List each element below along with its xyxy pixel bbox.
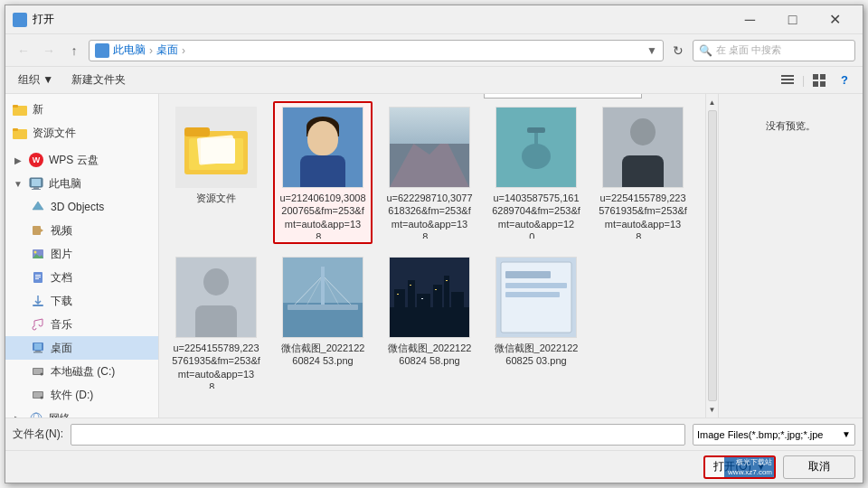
file-item-teal[interactable]: u=1403587575,1616289704&fm=253&fmt=auto&… (486, 101, 586, 244)
file-name: u=212406109,3008200765&fm=253&fmt=auto&a… (278, 192, 367, 239)
sidebar-label: 视频 (51, 223, 72, 239)
svg-rect-13 (32, 179, 41, 186)
sidebar-item-music[interactable]: 音乐 (5, 313, 158, 336)
file-item-mountain[interactable]: u=622298710,3077618326&fm=253&fmt=auto&a… (380, 101, 479, 244)
dialog-title: 打开 (33, 12, 730, 27)
watermark-overlay: 极光下载站www.xz7.com (724, 456, 776, 478)
sidebar-item-pictures[interactable]: 图片 (5, 242, 158, 266)
computer-icon (29, 176, 43, 191)
file-item-person-dark[interactable]: u=2254155789,2235761935&fm=253&fmt=auto&… (593, 101, 693, 244)
breadcrumb-dropdown-icon[interactable]: ▼ (646, 44, 657, 57)
sidebar-label: WPS 云盘 (49, 153, 99, 168)
file-name: u=2254155789,2235761935&fm=253&fmt=auto&… (599, 192, 687, 239)
sidebar-label: 本地磁盘 (C:) (51, 364, 115, 380)
back-button[interactable]: ← (13, 40, 34, 61)
wps-icon: W (29, 153, 43, 167)
sidebar-item-network[interactable]: ▶ 网络 (5, 407, 158, 418)
file-area-row: 资源文件 u=212406109,3008200765&fm=253&fmt=a… (159, 94, 863, 418)
file-item-bridge[interactable]: 微信截图_202212260824 53.png (273, 251, 373, 394)
downloads-icon (31, 294, 45, 308)
svg-rect-58 (394, 289, 405, 316)
view-sep: | (802, 74, 805, 87)
file-name: 微信截图_202212260824 58.png (385, 342, 474, 368)
svg-rect-30 (33, 352, 42, 353)
expand-icon: ▶ (13, 155, 24, 165)
search-icon: 🔍 (699, 44, 712, 57)
sidebar-item-wps[interactable]: ▶ W WPS 云盘 (5, 148, 158, 172)
preview-panel: 没有预览。 (718, 94, 863, 418)
scroll-down-button[interactable]: ▼ (707, 403, 718, 416)
svg-rect-26 (33, 305, 43, 306)
svg-rect-24 (35, 277, 41, 277)
file-name: 微信截图_202212260825 03.png (492, 342, 580, 368)
file-name: 资源文件 (196, 192, 236, 204)
up-button[interactable]: ↑ (63, 40, 85, 61)
help-button[interactable]: ? (834, 70, 855, 91)
disk-icon-d (31, 388, 45, 402)
filename-input[interactable] (71, 424, 685, 446)
svg-rect-67 (435, 289, 437, 290)
maximize-button[interactable]: □ (772, 7, 813, 33)
svg-rect-6 (820, 81, 826, 87)
scroll-up-button[interactable]: ▲ (707, 96, 718, 108)
file-thumb-bridge (282, 257, 363, 338)
filetype-select[interactable]: Image Files(*.bmp;*.jpg;*.jpe ▼ (693, 424, 855, 446)
organize-button[interactable]: 组织 ▼ (13, 70, 59, 89)
svg-marker-16 (33, 202, 43, 210)
sidebar-item-documents[interactable]: 文档 (5, 266, 158, 289)
refresh-button[interactable]: ↻ (667, 40, 689, 61)
svg-point-20 (34, 251, 37, 254)
svg-rect-25 (35, 278, 39, 279)
svg-rect-4 (820, 74, 826, 80)
sidebar-item-resources[interactable]: 资源文件 (5, 121, 158, 145)
filename-label: 文件名(N): (13, 427, 63, 442)
file-name: u=2254155789,2235761935&fm=253&fmt=auto&… (172, 342, 260, 389)
svg-rect-23 (35, 275, 41, 276)
title-bar: 打开 ─ □ ✕ (5, 5, 863, 34)
disk-icon (31, 364, 45, 379)
svg-rect-2 (781, 82, 794, 84)
file-item-person2[interactable]: u=2254155789,2235761935&fm=253&fmt=auto&… (166, 251, 266, 394)
svg-rect-62 (444, 276, 449, 316)
search-box[interactable]: 🔍 在 桌面 中搜索 (693, 40, 855, 61)
sidebar-label: 网络 (49, 411, 71, 418)
pictures-icon (31, 247, 45, 261)
svg-rect-44 (201, 138, 235, 164)
documents-icon (31, 270, 45, 285)
file-name: u=622298710,3077618326&fm=253&fmt=auto&a… (385, 192, 474, 239)
dialog-icon (13, 13, 27, 27)
svg-rect-41 (184, 127, 210, 136)
breadcrumb-item-pc[interactable]: 此电脑 (113, 42, 146, 58)
forward-button[interactable]: → (38, 40, 60, 61)
file-item-screenshot3[interactable]: 微信截图_202212260825 03.png (486, 251, 586, 394)
minimize-button[interactable]: ─ (730, 7, 770, 33)
sidebar-label: 软件 (D:) (51, 388, 93, 403)
new-folder-button[interactable]: 新建文件夹 (66, 70, 131, 89)
breadcrumb-item-desktop[interactable]: 桌面 (156, 42, 178, 58)
sidebar-item-local-disk-c[interactable]: 本地磁盘 (C:) (5, 360, 158, 383)
sidebar-item-thispc[interactable]: ▼ 此电脑 (5, 172, 158, 195)
svg-rect-65 (410, 285, 411, 286)
file-item-folder[interactable]: 资源文件 (166, 101, 266, 244)
file-item-city[interactable]: 微信截图_202212260824 58.png (380, 251, 479, 394)
sidebar-item-3dobjects[interactable]: 3D Objects (5, 195, 158, 219)
sidebar-item-video[interactable]: 视频 (5, 219, 158, 242)
file-thumb-screenshot3 (495, 257, 577, 338)
view-list-button[interactable] (777, 70, 798, 91)
sidebar-item-local-disk-d[interactable]: 软件 (D:) (5, 383, 158, 407)
sidebar-item-new[interactable]: 新 (5, 98, 158, 121)
view-grid-button[interactable] (808, 70, 830, 91)
file-item-portrait[interactable]: u=212406109,3008200765&fm=253&fmt=auto&a… (273, 101, 373, 244)
svg-point-33 (41, 373, 43, 376)
sidebar-label: 新 (33, 102, 43, 117)
sidebar-label: 此电脑 (49, 176, 81, 192)
scroll-thumb[interactable] (708, 110, 717, 401)
svg-rect-47 (527, 127, 545, 133)
svg-rect-14 (33, 187, 39, 189)
open-button[interactable]: 打开(O) ▼ 极光下载站www.xz7.com (703, 455, 776, 479)
close-button[interactable]: ✕ (815, 7, 855, 33)
sidebar-item-desktop[interactable]: 桌面 (5, 336, 158, 360)
action-bar: 打开(O) ▼ 极光下载站www.xz7.com 取消 (5, 450, 863, 483)
sidebar-item-downloads[interactable]: 下载 (5, 289, 158, 313)
cancel-button[interactable]: 取消 (783, 455, 855, 479)
